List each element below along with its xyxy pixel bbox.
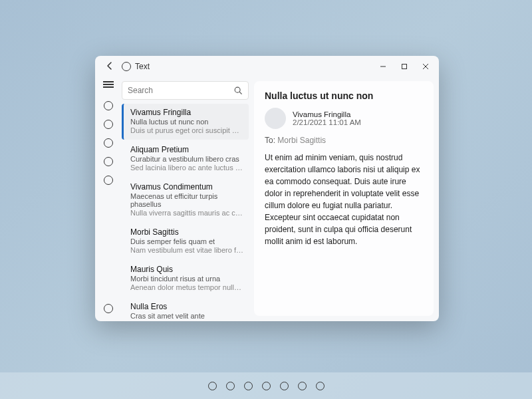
message-item[interactable]: Vivamus FringillaNulla luctus ut nunc no… — [122, 104, 249, 140]
close-button[interactable] — [415, 57, 436, 76]
taskbar-item[interactable] — [262, 382, 271, 390]
nav-item-circle[interactable] — [104, 138, 113, 148]
svg-line-3 — [239, 92, 241, 94]
taskbar — [0, 372, 532, 399]
svg-rect-1 — [402, 65, 407, 69]
app-body: Search Vivamus FringillaNulla luctus ut … — [95, 77, 439, 321]
message-item-preview: Nulla viverra sagittis mauris ac convall… — [130, 209, 243, 217]
search-icon — [233, 86, 243, 95]
message-list: Vivamus FringillaNulla luctus ut nunc no… — [122, 104, 249, 321]
message-item-preview: Duis ut purus eget orci suscipit malesua… — [130, 126, 243, 134]
search-placeholder: Search — [128, 86, 233, 95]
nav-item-circle[interactable] — [104, 176, 113, 185]
back-button[interactable] — [102, 61, 118, 72]
message-item[interactable]: Morbi SagittisDuis semper felis quam etN… — [122, 223, 249, 259]
window-controls — [372, 57, 436, 76]
message-item-from: Morbi Sagittis — [130, 227, 243, 237]
message-item-preview: Sed lacinia libero ac ante luctus nec in… — [130, 164, 243, 172]
taskbar-item[interactable] — [226, 382, 235, 390]
nav-rail — [95, 77, 122, 321]
message-item[interactable]: Vivamus CondimentumMaecenas ut efficitur… — [122, 178, 249, 222]
message-item-subject: Duis semper felis quam et — [130, 237, 243, 245]
taskbar-item[interactable] — [208, 382, 217, 390]
to-label: To: — [265, 136, 275, 145]
taskbar-item[interactable] — [280, 382, 289, 390]
search-input[interactable]: Search — [122, 81, 249, 100]
nav-item-circle[interactable] — [104, 120, 113, 129]
app-window: Text Search Vivamus FringillaNull — [95, 56, 439, 321]
taskbar-item[interactable] — [244, 382, 253, 390]
message-item-preview: Etiam id consequat urna tincidunt — [130, 321, 243, 321]
message-item[interactable]: Nulla ErosCras sit amet velit anteEtiam … — [122, 298, 249, 321]
nav-settings-circle[interactable] — [104, 304, 113, 313]
message-item-subject: Maecenas ut efficitur turpis phasellus — [130, 192, 243, 208]
message-item-from: Aliquam Pretium — [130, 145, 243, 154]
message-body: Ut enim ad minim veniam, quis nostrud ex… — [265, 152, 423, 247]
minimize-button[interactable] — [372, 57, 394, 76]
message-item-from: Vivamus Condimentum — [130, 182, 243, 192]
message-item-from: Mauris Quis — [130, 265, 243, 274]
message-item-preview: Nam vestibulum est vitae libero finibus … — [130, 246, 243, 254]
message-item-subject: Morbi tincidunt risus at urna — [130, 275, 243, 283]
message-subject: Nulla luctus ut nunc non — [265, 90, 423, 101]
hamburger-icon[interactable] — [103, 81, 114, 88]
message-to-line: To: Morbi Sagittis — [265, 136, 423, 145]
message-datetime: 2/21/2021 11:01 AM — [293, 118, 361, 126]
message-item-from: Vivamus Fringilla — [130, 108, 243, 117]
taskbar-item[interactable] — [316, 382, 325, 390]
message-item-from: Nulla Eros — [130, 302, 243, 311]
nav-item-circle[interactable] — [104, 157, 113, 166]
message-item-subject: Nulla luctus ut nunc non — [130, 118, 243, 126]
message-list-panel: Search Vivamus FringillaNulla luctus ut … — [122, 77, 251, 321]
message-meta: Vivamus Fringilla 2/21/2021 11:01 AM — [265, 108, 423, 129]
avatar — [265, 108, 286, 129]
reading-pane: Nulla luctus ut nunc non Vivamus Fringil… — [254, 81, 434, 316]
message-from: Vivamus Fringilla — [293, 110, 361, 118]
titlebar: Text — [95, 56, 439, 77]
window-title: Text — [135, 62, 372, 71]
message-item[interactable]: Mauris QuisMorbi tincidunt risus at urna… — [122, 261, 249, 297]
message-item-subject: Curabitur a vestibulum libero cras — [130, 155, 243, 163]
message-item-subject: Cras sit amet velit ante — [130, 312, 243, 320]
message-item[interactable]: Aliquam PretiumCurabitur a vestibulum li… — [122, 141, 249, 177]
message-item-preview: Aenean dolor metus tempor nulla ac dapib… — [130, 283, 243, 291]
maximize-button[interactable] — [394, 57, 415, 76]
nav-item-circle[interactable] — [104, 101, 113, 110]
app-icon — [122, 62, 131, 71]
taskbar-item[interactable] — [298, 382, 307, 390]
to-value: Morbi Sagittis — [277, 136, 326, 145]
